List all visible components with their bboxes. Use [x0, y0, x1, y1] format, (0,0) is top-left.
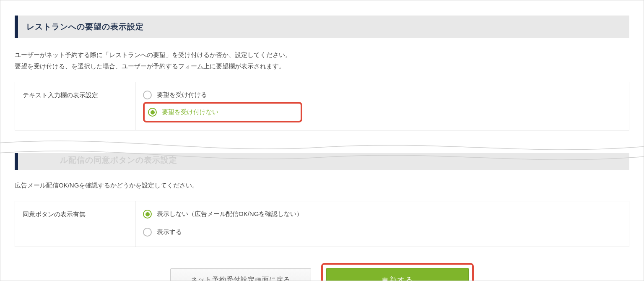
- radio-icon: [143, 91, 152, 99]
- setting-label: テキスト入力欄の表示設定: [15, 82, 135, 130]
- section1-desc-line2: 要望を受け付ける、を選択した場合、ユーザーが予約するフォーム上に要望欄が表示され…: [15, 60, 629, 72]
- setting-label-text: テキスト入力欄の表示設定: [23, 91, 98, 99]
- text-input-display-setting-row: テキスト入力欄の表示設定 要望を受け付ける 要望を受け付けない: [15, 82, 629, 130]
- setting-label-text: 同意ボタンの表示有無: [23, 211, 86, 218]
- radio-hide-consent[interactable]: 表示しない（広告メール配信OK/NGを確認しない）: [143, 207, 621, 221]
- consent-button-display-setting-row: 同意ボタンの表示有無 表示しない（広告メール配信OK/NGを確認しない） 表示す…: [15, 201, 629, 247]
- radio-show-consent[interactable]: 表示する: [143, 225, 621, 239]
- content-break: [0, 135, 644, 162]
- radio-label: 表示しない（広告メール配信OK/NGを確認しない）: [157, 210, 303, 218]
- radio-icon: [143, 210, 152, 219]
- setting-value: 表示しない（広告メール配信OK/NGを確認しない） 表示する: [135, 201, 629, 247]
- settings-page: レストランへの要望の表示設定 ユーザーがネット予約する際に「レストランへの要望」…: [0, 0, 644, 281]
- section1-desc-line1: ユーザーがネット予約する際に「レストランへの要望」を受け付けるか否か、設定してく…: [15, 49, 629, 60]
- radio-icon: [148, 108, 157, 117]
- submit-button-label: 更新する: [382, 276, 413, 281]
- highlight-frame-reject-option: 要望を受け付けない: [143, 102, 302, 122]
- section-heading-request-display: レストランへの要望の表示設定: [15, 16, 629, 38]
- radio-label: 表示する: [157, 228, 182, 236]
- form-actions: ネット予約受付設定画面に戻る 更新する: [15, 263, 629, 281]
- radio-label: 要望を受け付ける: [157, 91, 207, 99]
- section2-description: 広告メール配信OK/NGを確認するかどうかを設定してください。: [15, 180, 629, 191]
- setting-label: 同意ボタンの表示有無: [15, 201, 135, 247]
- radio-reject-requests[interactable]: 要望を受け付けない: [148, 108, 297, 117]
- section1-description: ユーザーがネット予約する際に「レストランへの要望」を受け付けるか否か、設定してく…: [15, 49, 629, 72]
- highlight-frame-submit: 更新する: [321, 263, 474, 281]
- back-button[interactable]: ネット予約受付設定画面に戻る: [170, 268, 311, 281]
- radio-accept-requests[interactable]: 要望を受け付ける: [143, 88, 621, 102]
- section-heading-text: レストランへの要望の表示設定: [26, 22, 144, 31]
- back-button-label: ネット予約受付設定画面に戻る: [191, 276, 291, 281]
- radio-icon: [143, 228, 152, 237]
- section2-desc-line: 広告メール配信OK/NGを確認するかどうかを設定してください。: [15, 180, 629, 191]
- radio-label: 要望を受け付けない: [162, 108, 218, 116]
- submit-button[interactable]: 更新する: [326, 268, 469, 281]
- setting-value: 要望を受け付ける 要望を受け付けない: [135, 82, 629, 130]
